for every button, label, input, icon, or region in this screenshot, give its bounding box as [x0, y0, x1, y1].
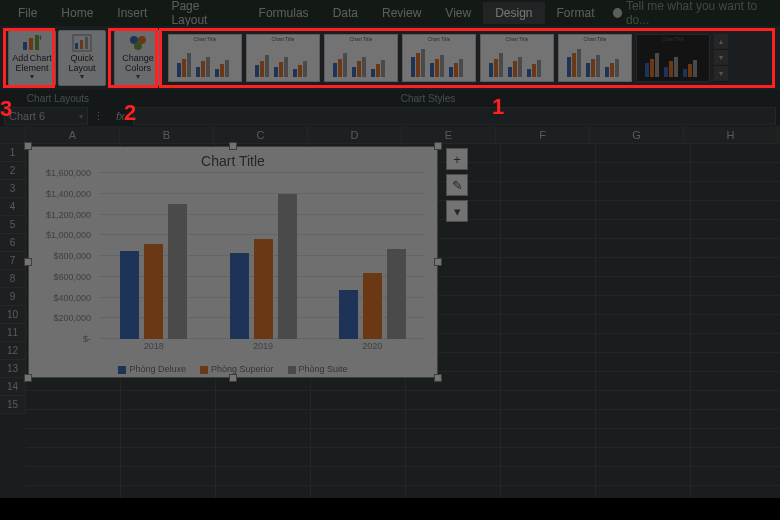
formula-input[interactable]: [133, 107, 776, 125]
row-header[interactable]: 15: [0, 396, 26, 414]
legend-item[interactable]: Phòng Superior: [200, 364, 274, 374]
chart-style-thumb[interactable]: Chart Title: [324, 34, 398, 82]
thumb-title: Chart Title: [247, 36, 319, 42]
legend-item[interactable]: Phòng Deluxe: [118, 364, 186, 374]
chart-style-thumb[interactable]: Chart Title: [558, 34, 632, 82]
name-box[interactable]: Chart 6: [4, 107, 88, 125]
chart-styles-button[interactable]: ✎: [446, 174, 468, 196]
row-headers: 123456789101112131415: [0, 144, 26, 414]
bar[interactable]: [254, 239, 273, 339]
bar[interactable]: [144, 244, 163, 339]
annotation-3: 3: [0, 96, 12, 122]
gallery-down-icon[interactable]: ▾: [714, 50, 728, 66]
bar[interactable]: [363, 273, 382, 339]
gallery-up-icon[interactable]: ▴: [714, 34, 728, 50]
row-header[interactable]: 4: [0, 198, 26, 216]
resize-handle[interactable]: [434, 374, 442, 382]
chart-style-thumb[interactable]: Chart Title: [402, 34, 476, 82]
row-header[interactable]: 10: [0, 306, 26, 324]
resize-handle[interactable]: [434, 142, 442, 150]
annotation-2: 2: [124, 100, 136, 126]
formula-bar: Chart 6 ⋮ fx: [0, 106, 780, 126]
resize-handle[interactable]: [24, 374, 32, 382]
bar[interactable]: [278, 194, 297, 339]
resize-handle[interactable]: [229, 142, 237, 150]
menu-format[interactable]: Format: [545, 2, 607, 24]
resize-handle[interactable]: [24, 142, 32, 150]
row-header[interactable]: 14: [0, 378, 26, 396]
chart-style-thumb[interactable]: Chart Title: [168, 34, 242, 82]
worksheet[interactable]: A B C D E F G H 123456789101112131415 Ch…: [0, 126, 780, 498]
row-header[interactable]: 12: [0, 342, 26, 360]
chart-filters-button[interactable]: ▾: [446, 200, 468, 222]
tell-me[interactable]: Tell me what you want to do...: [613, 0, 774, 27]
bar[interactable]: [339, 290, 358, 339]
legend-swatch: [288, 366, 296, 374]
row-header[interactable]: 11: [0, 324, 26, 342]
plot-area: [99, 175, 425, 339]
row-header[interactable]: 13: [0, 360, 26, 378]
group-change-colors: Change Colors ▾: [110, 28, 166, 88]
chart-flyout: + ✎ ▾: [446, 148, 468, 226]
menu-design[interactable]: Design: [483, 2, 544, 24]
row-header[interactable]: 8: [0, 270, 26, 288]
thumb-title: Chart Title: [169, 36, 241, 42]
add-chart-element-label: Add Chart Element: [9, 54, 55, 73]
ribbon-captions: Chart Layouts Chart Styles: [0, 90, 780, 106]
chart-elements-button[interactable]: +: [446, 148, 468, 170]
gallery-more-icon[interactable]: ▾: [714, 66, 728, 82]
chart-style-thumb[interactable]: Chart Title: [480, 34, 554, 82]
resize-handle[interactable]: [434, 258, 442, 266]
row-header[interactable]: 1: [0, 144, 26, 162]
row-header[interactable]: 6: [0, 234, 26, 252]
chart-style-thumb[interactable]: Chart Title: [246, 34, 320, 82]
quick-layout-label: Quick Layout: [59, 54, 105, 73]
quick-layout-icon: [72, 34, 92, 52]
thumb-title: Chart Title: [637, 36, 709, 42]
row-header[interactable]: 2: [0, 162, 26, 180]
chart-styles-gallery: Chart TitleChart TitleChart TitleChart T…: [166, 29, 776, 87]
row-header[interactable]: 3: [0, 180, 26, 198]
thumb-bars: [333, 51, 389, 81]
thumb-title: Chart Title: [325, 36, 397, 42]
legend[interactable]: Phòng DeluxePhòng SuperiorPhòng Suite: [29, 364, 437, 374]
change-colors-icon: [128, 34, 148, 52]
bar-cluster: [120, 204, 187, 339]
chart-style-thumb[interactable]: Chart Title: [636, 34, 710, 82]
row-header[interactable]: 5: [0, 216, 26, 234]
legend-item[interactable]: Phòng Suite: [288, 364, 348, 374]
resize-handle[interactable]: [229, 374, 237, 382]
x-tick-label: 2019: [253, 341, 273, 351]
y-tick-label: $600,000: [53, 272, 91, 282]
thumb-title: Chart Title: [559, 36, 631, 42]
menu-review[interactable]: Review: [370, 2, 433, 24]
tell-me-label: Tell me what you want to do...: [626, 0, 774, 27]
bar[interactable]: [120, 251, 139, 339]
bar[interactable]: [168, 204, 187, 339]
add-chart-element-icon: +: [22, 34, 42, 52]
menu-view[interactable]: View: [433, 2, 483, 24]
menu-data[interactable]: Data: [321, 2, 370, 24]
bulb-icon: [613, 8, 622, 18]
dropdown-icon: ▾: [80, 73, 84, 81]
svg-point-10: [134, 42, 142, 50]
row-header[interactable]: 7: [0, 252, 26, 270]
change-colors-button[interactable]: Change Colors ▾: [114, 30, 162, 86]
menu-insert[interactable]: Insert: [105, 2, 159, 24]
svg-rect-1: [29, 38, 33, 50]
fbar-separator: ⋮: [88, 110, 108, 123]
menu-file[interactable]: File: [6, 2, 49, 24]
bar[interactable]: [387, 249, 406, 339]
y-tick-label: $1,000,000: [46, 230, 91, 240]
menu-formulas[interactable]: Formulas: [247, 2, 321, 24]
x-axis: 201820192020: [99, 341, 425, 355]
svg-rect-5: [75, 43, 78, 49]
caption-chart-layouts: Chart Layouts: [0, 93, 116, 104]
menu-home[interactable]: Home: [49, 2, 105, 24]
bar[interactable]: [230, 253, 249, 339]
embedded-chart[interactable]: Chart Title $-$200,000$400,000$600,000$8…: [28, 146, 438, 378]
quick-layout-button[interactable]: Quick Layout ▾: [58, 30, 106, 86]
add-chart-element-button[interactable]: + Add Chart Element ▾: [8, 30, 56, 86]
y-tick-label: $1,400,000: [46, 189, 91, 199]
row-header[interactable]: 9: [0, 288, 26, 306]
